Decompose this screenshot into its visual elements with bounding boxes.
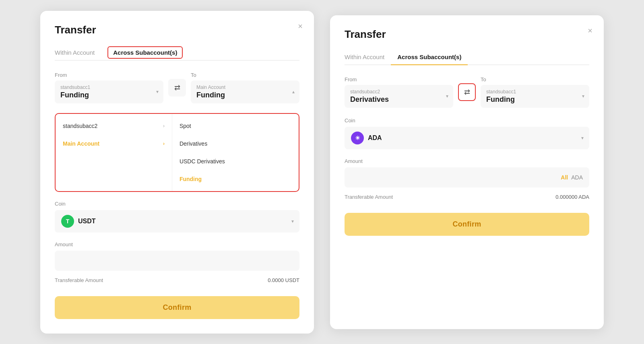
- left-to-sub: Main Account: [196, 84, 294, 90]
- right-from-sub: standsubacc2: [350, 89, 448, 95]
- left-option-derivatives[interactable]: Derivatives: [172, 135, 299, 152]
- right-from-label: From: [345, 76, 453, 82]
- left-from-chevron-icon: ▾: [156, 89, 159, 95]
- left-tab-across[interactable]: Across Subaccount(s): [101, 46, 189, 61]
- chevron-right-icon: ›: [163, 123, 165, 129]
- left-amount-input[interactable]: [55, 251, 299, 271]
- right-to-account: Funding: [486, 95, 584, 104]
- right-from-select[interactable]: standsubacc2 Derivatives ▾: [345, 85, 453, 108]
- left-from-select[interactable]: standsubacc1 Funding ▾: [55, 80, 163, 103]
- right-to-sub: standsubacc1: [486, 89, 584, 95]
- right-amount-label: Amount: [345, 158, 589, 164]
- left-account-dropdown: standsubacc2 › Main Account › Spot Deriv…: [55, 113, 299, 192]
- right-coin-select[interactable]: ☀ ADA ▾: [345, 127, 589, 149]
- right-from-account: Derivatives: [350, 95, 448, 104]
- chevron-right-selected-icon: ›: [163, 141, 165, 146]
- right-modal-title: Transfer: [345, 28, 589, 41]
- left-transferable-label: Transferable Amount: [55, 277, 103, 283]
- left-to-select[interactable]: Main Account Funding ▴: [191, 80, 299, 103]
- right-to-block: To standsubacc1 Funding ▾: [481, 76, 589, 108]
- right-transferable-value: 0.000000 ADA: [555, 194, 589, 200]
- left-transferable-value: 0.0000 USDT: [268, 277, 299, 283]
- left-from-label: From: [55, 72, 163, 78]
- right-transferable-row: Transferable Amount 0.000000 ADA: [345, 194, 589, 200]
- left-coin-label: Coin: [55, 201, 299, 207]
- left-confirm-button[interactable]: Confirm: [55, 296, 299, 319]
- right-close-button[interactable]: ×: [588, 27, 592, 35]
- right-tab-within[interactable]: Within Account: [345, 50, 391, 65]
- left-swap-button[interactable]: ⇄: [168, 79, 186, 97]
- right-tab-across[interactable]: Across Subaccount(s): [391, 50, 468, 65]
- left-close-button[interactable]: ×: [298, 22, 303, 30]
- right-amount-unit: ADA: [571, 174, 583, 181]
- left-transfer-modal: × Transfer Within Account Across Subacco…: [40, 11, 314, 334]
- left-dropdown-options: Spot Derivatives USDC Derivatives Fundin…: [172, 114, 299, 191]
- right-coin-label: Coin: [345, 117, 589, 124]
- right-transferable-label: Transferable Amount: [345, 194, 393, 200]
- right-amount-all[interactable]: All: [561, 174, 568, 181]
- right-transfer-modal: × Transfer Within Account Across Subacco…: [330, 15, 604, 329]
- left-from-to-row: From standsubacc1 Funding ▾ ⇄ To Main Ac…: [55, 72, 299, 103]
- left-to-label: To: [191, 72, 299, 78]
- left-dropdown-accounts: standsubacc2 › Main Account ›: [56, 114, 172, 191]
- left-tab-within[interactable]: Within Account: [55, 46, 101, 61]
- right-tabs: Within Account Across Subaccount(s): [345, 50, 589, 65]
- left-to-account: Funding: [196, 91, 294, 99]
- right-swap-button[interactable]: ⇄: [458, 83, 476, 101]
- left-modal-title: Transfer: [55, 24, 299, 36]
- right-to-chevron-icon: ▾: [582, 93, 584, 99]
- right-amount-input[interactable]: All ADA: [345, 167, 589, 187]
- left-to-block: To Main Account Funding ▴: [191, 72, 299, 103]
- right-to-select[interactable]: standsubacc1 Funding ▾: [481, 85, 589, 108]
- left-transferable-row: Transferable Amount 0.0000 USDT: [55, 277, 299, 283]
- left-coin-select[interactable]: T USDT ▾: [55, 210, 299, 233]
- left-dropdown-account-item[interactable]: standsubacc2 ›: [56, 117, 172, 135]
- left-option-usdc-derivatives[interactable]: USDC Derivatives: [172, 152, 299, 170]
- left-to-chevron-icon: ▴: [292, 89, 295, 95]
- right-from-chevron-icon: ▾: [446, 93, 448, 99]
- right-coin-icon: ☀: [351, 132, 364, 144]
- right-from-to-row: From standsubacc2 Derivatives ▾ ⇄ To sta…: [345, 76, 589, 108]
- right-confirm-button[interactable]: Confirm: [345, 213, 589, 236]
- right-coin-name: ADA: [368, 134, 382, 142]
- left-coin-icon: T: [61, 215, 74, 228]
- left-dropdown-account-item-selected[interactable]: Main Account ›: [56, 135, 172, 152]
- left-from-account: Funding: [60, 91, 158, 99]
- left-from-block: From standsubacc1 Funding ▾: [55, 72, 163, 103]
- left-option-funding[interactable]: Funding: [172, 170, 299, 188]
- left-option-spot[interactable]: Spot: [172, 117, 299, 135]
- left-coin-name: USDT: [78, 218, 96, 225]
- left-amount-label: Amount: [55, 241, 299, 247]
- left-tabs: Within Account Across Subaccount(s): [55, 46, 299, 61]
- right-coin-chevron-icon: ▾: [581, 135, 584, 141]
- right-from-block: From standsubacc2 Derivatives ▾: [345, 76, 453, 108]
- left-from-sub: standsubacc1: [60, 84, 158, 90]
- right-to-label: To: [481, 76, 589, 82]
- left-coin-chevron-icon: ▾: [291, 218, 294, 224]
